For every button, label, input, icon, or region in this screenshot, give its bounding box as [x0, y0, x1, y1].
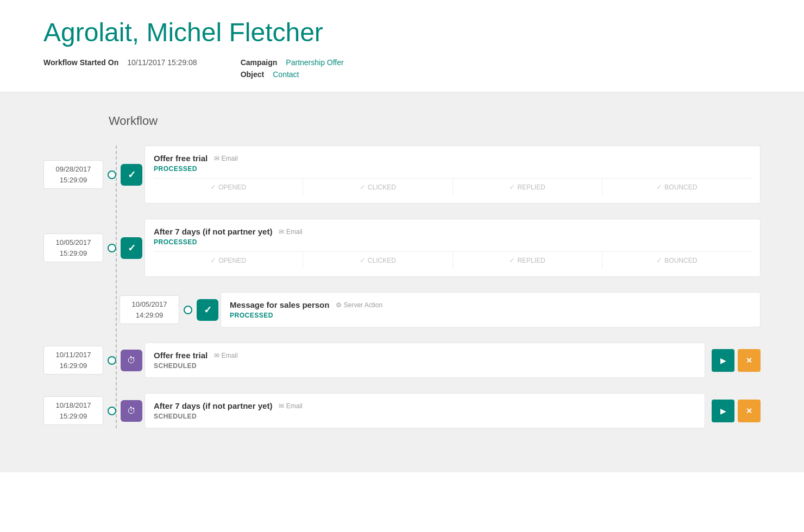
- action-icon-3: ✓: [197, 299, 218, 321]
- status-badge-4: SCHEDULED: [154, 362, 696, 370]
- timeline-dot-4: [108, 356, 116, 365]
- action-icon-4: ⏱: [121, 350, 142, 371]
- timeline-row-3: 10/05/201714:29:09 ✓ Message for sales p…: [120, 292, 761, 327]
- timeline-row-5: 10/18/201715:29:09 ⏱ After 7 days (if no…: [43, 393, 761, 428]
- action-stats-1: ✓ OPENED ✓ CLICKED ✓ REPLIED ✓ BOUNCED: [154, 178, 751, 195]
- stat-bounced-2: ✓ BOUNCED: [602, 252, 751, 269]
- action-buttons-4: ▶ ✕: [712, 349, 761, 372]
- page-title: Agrolait, Michel Fletcher: [43, 17, 761, 47]
- action-type-2: ✉ Email: [279, 228, 302, 236]
- object-label: Object: [241, 70, 265, 79]
- campaign-label: Campaign: [241, 58, 278, 67]
- stat-clicked-1: ✓ CLICKED: [303, 179, 453, 195]
- meta-row: Workflow Started On 10/11/2017 15:29:08 …: [43, 58, 761, 79]
- timeline-dot-3: [184, 306, 192, 314]
- check-icon-3: ✓: [204, 304, 212, 316]
- date-box-3: 10/05/201714:29:09: [120, 295, 179, 324]
- object-link[interactable]: Contact: [273, 70, 299, 79]
- workflow-started-label: Workflow Started On: [43, 58, 118, 67]
- stat-opened-1: ✓ OPENED: [154, 179, 303, 195]
- campaign-row: Campaign Partnership Offer: [241, 58, 344, 67]
- status-badge-5: SCHEDULED: [154, 413, 696, 420]
- workflow-started-value: 10/11/2017 15:29:08: [127, 58, 197, 67]
- stat-replied-1: ✓ REPLIED: [453, 179, 602, 195]
- check-icon-1: ✓: [128, 169, 136, 181]
- campaign-object: Campaign Partnership Offer Object Contac…: [241, 58, 344, 79]
- action-title-4: Offer free trial: [154, 351, 208, 360]
- action-icon-1: ✓: [121, 164, 142, 186]
- date-box-5: 10/18/201715:29:09: [43, 396, 103, 425]
- campaign-link[interactable]: Partnership Offer: [286, 58, 343, 67]
- check-icon-2: ✓: [128, 242, 136, 254]
- action-type-1: ✉ Email: [214, 155, 237, 162]
- timeline-row-2: 10/05/201715:29:09 ✓ After 7 days (if no…: [43, 219, 761, 277]
- action-type-3: ⚙ Server Action: [336, 301, 382, 309]
- action-type-4: ✉ Email: [214, 352, 237, 359]
- action-card-4: Offer free trial ✉ Email SCHEDULED: [145, 343, 705, 378]
- date-box-2: 10/05/201715:29:09: [43, 233, 103, 262]
- workflow-title: Workflow: [109, 114, 761, 128]
- date-box-1: 09/28/201715:29:09: [43, 160, 103, 189]
- status-badge-2: PROCESSED: [154, 238, 751, 246]
- action-card-1-header: Offer free trial ✉ Email: [154, 154, 751, 163]
- cancel-button-5[interactable]: ✕: [738, 400, 761, 422]
- stat-replied-2: ✓ REPLIED: [453, 252, 602, 269]
- stat-clicked-2: ✓ CLICKED: [303, 252, 453, 269]
- timeline-dot-5: [108, 407, 116, 415]
- action-stats-2: ✓ OPENED ✓ CLICKED ✓ REPLIED ✓ BOUNCED: [154, 251, 751, 269]
- status-badge-1: PROCESSED: [154, 165, 751, 173]
- object-row: Object Contact: [241, 70, 344, 79]
- timeline-row-4: 10/11/201716:29:09 ⏱ Offer free trial ✉ …: [43, 343, 761, 378]
- action-icon-5: ⏱: [121, 400, 142, 422]
- clock-icon-5: ⏱: [127, 406, 136, 416]
- action-buttons-5: ▶ ✕: [712, 400, 761, 422]
- action-card-5-header: After 7 days (if not partner yet) ✉ Emai…: [154, 401, 696, 410]
- status-badge-3: PROCESSED: [230, 312, 751, 319]
- action-card-1: Offer free trial ✉ Email PROCESSED ✓ OPE…: [145, 145, 761, 204]
- action-title-3: Message for sales person: [230, 300, 329, 309]
- timeline-dot-1: [108, 170, 116, 179]
- timeline: 09/28/201715:29:09 ✓ Offer free trial ✉ …: [43, 145, 761, 428]
- action-card-3: Message for sales person ⚙ Server Action…: [221, 292, 761, 327]
- timeline-dot-2: [108, 244, 116, 252]
- play-button-4[interactable]: ▶: [712, 349, 734, 372]
- play-button-5[interactable]: ▶: [712, 400, 734, 422]
- cancel-button-4[interactable]: ✕: [738, 349, 761, 372]
- action-title-1: Offer free trial: [154, 154, 208, 163]
- timeline-row-1: 09/28/201715:29:09 ✓ Offer free trial ✉ …: [43, 145, 761, 204]
- action-card-5: After 7 days (if not partner yet) ✉ Emai…: [145, 393, 705, 428]
- action-card-4-header: Offer free trial ✉ Email: [154, 351, 696, 360]
- workflow-started: Workflow Started On 10/11/2017 15:29:08: [43, 58, 197, 67]
- workflow-section: Workflow 09/28/201715:29:09 ✓ Offer free…: [0, 92, 804, 472]
- action-card-2-header: After 7 days (if not partner yet) ✉ Emai…: [154, 227, 751, 236]
- action-icon-2: ✓: [121, 237, 142, 259]
- action-card-3-header: Message for sales person ⚙ Server Action: [230, 300, 751, 309]
- page-header: Agrolait, Michel Fletcher Workflow Start…: [0, 0, 804, 92]
- stat-opened-2: ✓ OPENED: [154, 252, 303, 269]
- action-card-2: After 7 days (if not partner yet) ✉ Emai…: [145, 219, 761, 277]
- action-title-2: After 7 days (if not partner yet): [154, 227, 272, 236]
- clock-icon-4: ⏱: [127, 356, 136, 365]
- stat-bounced-1: ✓ BOUNCED: [602, 179, 751, 195]
- date-box-4: 10/11/201716:29:09: [43, 346, 103, 375]
- action-type-5: ✉ Email: [279, 402, 302, 410]
- action-title-5: After 7 days (if not partner yet): [154, 401, 272, 410]
